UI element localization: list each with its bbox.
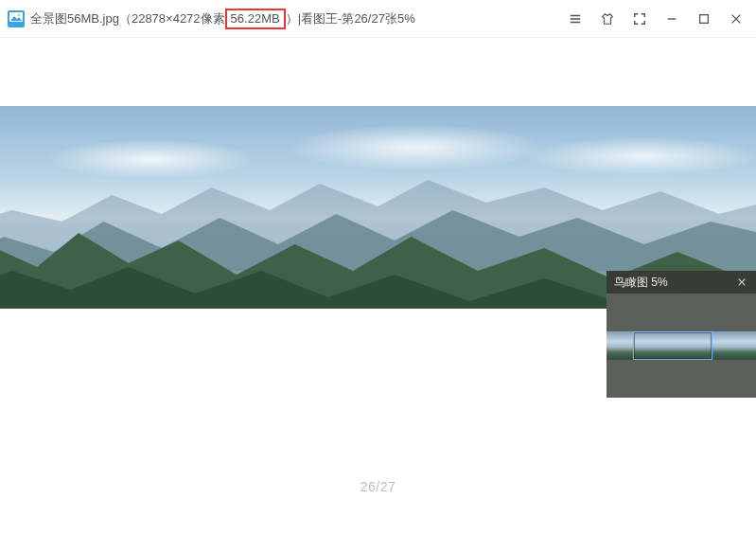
title-filesize-highlighted: 56.22MB — [225, 9, 286, 29]
title-app-name: 看图王 — [301, 10, 338, 27]
thumbnail-viewport-rect[interactable] — [633, 331, 712, 360]
thumbnail-body[interactable] — [607, 294, 756, 398]
svg-rect-4 — [700, 14, 709, 23]
window-controls — [567, 10, 748, 27]
minimize-icon[interactable] — [663, 10, 680, 27]
image-viewport[interactable]: 26/27 鸟瞰图 5% — [0, 38, 756, 534]
thumbnail-header: 鸟瞰图 5% — [607, 271, 756, 294]
title-close-paren: ） — [286, 10, 298, 27]
title-position: 第26/27张 — [342, 10, 397, 27]
maximize-icon[interactable] — [695, 10, 712, 27]
page-indicator: 26/27 — [0, 479, 756, 494]
title-dimensions: 22878×4272像素 — [132, 10, 225, 27]
title-bar: 全景图56MB.jpg （ 22878×4272像素 56.22MB ） | 看… — [0, 0, 756, 38]
skin-icon[interactable] — [599, 10, 616, 27]
title-filename: 全景图56MB.jpg — [30, 10, 119, 27]
app-window: 全景图56MB.jpg （ 22878×4272像素 56.22MB ） | 看… — [0, 0, 756, 534]
menu-icon[interactable] — [567, 10, 584, 27]
thumbnail-close-icon[interactable] — [735, 276, 748, 289]
title-text: 全景图56MB.jpg （ 22878×4272像素 56.22MB ） | 看… — [30, 9, 415, 29]
thumbnail-title-text: 鸟瞰图 — [614, 276, 648, 289]
svg-point-3 — [18, 13, 21, 16]
close-icon[interactable] — [728, 10, 745, 27]
title-zoom: 5% — [397, 11, 415, 26]
app-icon — [8, 10, 25, 27]
thumbnail-title: 鸟瞰图 5% — [614, 275, 668, 291]
thumbnail-zoom: 5% — [648, 276, 668, 289]
thumbnail-panel[interactable]: 鸟瞰图 5% — [607, 271, 756, 398]
title-open-paren: （ — [119, 10, 132, 27]
fullscreen-icon[interactable] — [631, 10, 648, 27]
